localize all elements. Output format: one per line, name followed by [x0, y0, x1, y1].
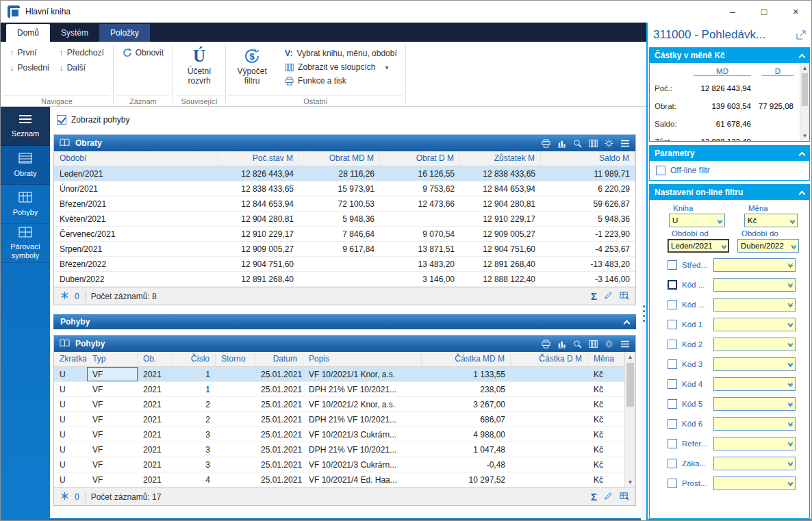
- cell[interactable]: VF 10/2021/3 Cukrárn...: [303, 457, 422, 472]
- cell[interactable]: 2021: [138, 412, 173, 427]
- filter-checkbox[interactable]: [668, 260, 677, 270]
- cell[interactable]: VF: [87, 397, 138, 411]
- cell[interactable]: 1: [173, 367, 216, 381]
- filter-checkbox[interactable]: [668, 399, 677, 409]
- cell[interactable]: Kč: [588, 397, 624, 411]
- tab-polozky[interactable]: Položky: [99, 24, 150, 42]
- cell[interactable]: [511, 367, 588, 381]
- cell[interactable]: VF: [87, 412, 138, 427]
- table-row[interactable]: UVF2021225.01.2021DPH 21% VF 10/2021...6…: [54, 412, 624, 427]
- table-row[interactable]: Duben/202212 891 268,403 146,0012 888 12…: [54, 272, 635, 287]
- search-icon[interactable]: [573, 340, 582, 348]
- filter-combo[interactable]: [713, 298, 796, 312]
- cell[interactable]: VF: [87, 367, 138, 381]
- cell[interactable]: 2: [173, 397, 216, 411]
- chart-icon[interactable]: [557, 340, 566, 348]
- cell[interactable]: 1 133,55: [422, 367, 511, 381]
- table-row[interactable]: Březen/202112 844 653,9472 100,5312 473,…: [54, 196, 635, 212]
- table-row[interactable]: UVF2021125.01.2021VF 10/2021/1 Knor, a.s…: [54, 367, 624, 382]
- cell[interactable]: 25.01.2021: [255, 367, 303, 381]
- cell[interactable]: 12 910 229,17: [460, 212, 541, 226]
- cell[interactable]: -13 483,20: [541, 257, 635, 271]
- filter-combo[interactable]: [713, 278, 796, 292]
- cell[interactable]: [216, 427, 255, 442]
- cell[interactable]: Březen/2021: [54, 196, 218, 211]
- cell[interactable]: 9 617,84: [299, 242, 380, 256]
- column-header[interactable]: Saldo M: [541, 151, 635, 166]
- cell[interactable]: U: [54, 427, 87, 442]
- table-edit-icon[interactable]: [620, 291, 629, 302]
- amounts-scrollbar[interactable]: ▲ ▼: [800, 63, 809, 141]
- table-edit-icon[interactable]: [620, 492, 629, 503]
- sum-icon[interactable]: Σ: [591, 292, 597, 301]
- filter-combo[interactable]: [713, 397, 796, 411]
- cell[interactable]: [216, 367, 255, 381]
- cell[interactable]: 5 948,36: [299, 212, 380, 226]
- cell[interactable]: 2021: [138, 367, 173, 381]
- cell[interactable]: 12 904 280,81: [218, 212, 299, 226]
- cell[interactable]: Leden/2021: [54, 166, 218, 181]
- vybrat-knihu-button[interactable]: V: Vybrat knihu, měnu, období: [281, 47, 401, 60]
- cell[interactable]: [216, 472, 255, 487]
- table-row[interactable]: UVF2021225.01.2021VF 10/2021/2 Knor, a.s…: [54, 397, 624, 412]
- column-header[interactable]: Číslo: [173, 352, 216, 366]
- table-row[interactable]: UVF2021425.01.2021VF 10/2021/4 Ed. Haa..…: [54, 472, 624, 487]
- cell[interactable]: 2: [173, 412, 216, 427]
- filter-checkbox[interactable]: [668, 359, 677, 369]
- cell[interactable]: 7 846,64: [299, 227, 380, 241]
- cell[interactable]: -0,48: [422, 457, 511, 472]
- cell[interactable]: VF 10/2021/1 Knor, a.s.: [303, 367, 422, 381]
- cell[interactable]: 5 948,36: [541, 212, 635, 226]
- column-header[interactable]: Storno: [216, 352, 255, 366]
- edit-icon[interactable]: [604, 291, 613, 302]
- chart-icon[interactable]: [557, 139, 566, 148]
- column-header[interactable]: Typ: [87, 352, 138, 366]
- cell[interactable]: 12 838 433,65: [460, 166, 541, 181]
- cell[interactable]: 12 904 280,81: [460, 196, 541, 211]
- cell[interactable]: 1: [173, 382, 216, 396]
- cell[interactable]: 2021: [138, 427, 173, 442]
- scroll-down-icon[interactable]: ▼: [625, 477, 635, 487]
- cell[interactable]: VF 10/2021/2 Knor, a.s.: [303, 397, 422, 411]
- cell[interactable]: [511, 472, 588, 487]
- filter-section-header[interactable]: Nastavení on-line filtru: [650, 185, 809, 200]
- cell[interactable]: 12 888 122,40: [460, 272, 541, 286]
- cell[interactable]: 686,07: [422, 412, 511, 427]
- column-header[interactable]: Měna: [588, 352, 624, 366]
- filter-checkbox[interactable]: [668, 479, 677, 488]
- cell[interactable]: Kč: [588, 457, 624, 472]
- scroll-thumb[interactable]: [626, 363, 634, 407]
- cell[interactable]: [511, 382, 588, 396]
- table-row[interactable]: Únor/202112 838 433,6515 973,919 753,621…: [54, 181, 635, 196]
- filter-combo[interactable]: [713, 476, 796, 490]
- cell[interactable]: 16 126,55: [380, 166, 460, 181]
- cell[interactable]: [511, 457, 588, 472]
- filter-combo[interactable]: [713, 457, 796, 470]
- cell[interactable]: [299, 272, 380, 286]
- cell[interactable]: Únor/2021: [54, 181, 218, 196]
- gear-icon[interactable]: [605, 139, 613, 148]
- maximize-button[interactable]: □: [748, 1, 780, 23]
- next-button[interactable]: ↓ Další: [54, 60, 109, 75]
- book-combo[interactable]: U: [669, 214, 725, 227]
- parameters-section-header[interactable]: Parametry: [650, 146, 809, 161]
- cell[interactable]: 13 871,51: [380, 242, 460, 256]
- cell[interactable]: 9 753,62: [380, 181, 460, 196]
- cell[interactable]: 3 267,00: [422, 397, 511, 411]
- column-header[interactable]: Období: [54, 151, 218, 166]
- cell[interactable]: DPH 21% VF 10/2021...: [303, 382, 422, 396]
- cell[interactable]: [511, 397, 588, 411]
- cell[interactable]: VF: [87, 427, 138, 442]
- cell[interactable]: 10 297,52: [422, 472, 511, 487]
- cell[interactable]: [216, 457, 255, 472]
- filter-combo[interactable]: [713, 258, 796, 272]
- column-header[interactable]: Částka D M: [511, 352, 588, 366]
- column-header[interactable]: Datum: [255, 352, 303, 366]
- cell[interactable]: DPH 21% VF 10/2021...: [303, 412, 422, 427]
- cell[interactable]: Kč: [588, 472, 624, 487]
- filter-combo[interactable]: [713, 437, 796, 450]
- cell[interactable]: U: [54, 472, 87, 487]
- vypocet-filtru-button[interactable]: $ Výpočet filtru: [230, 45, 274, 86]
- cell[interactable]: 59 626,87: [541, 196, 635, 211]
- cell[interactable]: 3 146,00: [380, 272, 460, 286]
